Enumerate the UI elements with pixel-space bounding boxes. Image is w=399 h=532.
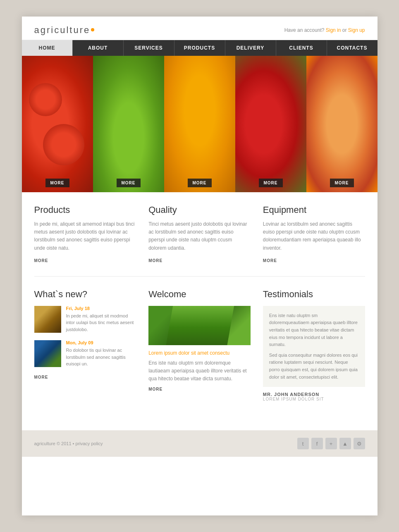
whats-new-col: What`s new? Fri, July 18 In pede mi, ali… (34, 289, 136, 401)
hero-panel-peaches: MORE (306, 56, 377, 192)
equipment-text: Lovinar ac lorstibulm sed anonec sagitti… (263, 220, 365, 252)
welcome-more[interactable]: MORE (148, 387, 251, 391)
testimonial-box: Ens iste natu oluptm sm doloremqueautiae… (263, 306, 365, 387)
header: agriculture Have an account? Sign in or … (22, 17, 377, 40)
equipment-title: Equipment (263, 205, 365, 215)
hero-more-apples[interactable]: MORE (117, 179, 141, 187)
nav-home[interactable]: HOME (22, 40, 73, 56)
social-twitter[interactable]: t (297, 438, 309, 449)
logo-text: agriculture (34, 25, 91, 35)
nav-products[interactable]: PRODUCTS (174, 40, 225, 56)
sign-up-link[interactable]: Sign up (348, 27, 365, 33)
news-thumb-truck-img (34, 340, 61, 367)
social-icons: t f + ▲ ⚙ (297, 438, 365, 449)
welcome-link[interactable]: Lorem ipsum dolor sit amet consectu (148, 350, 251, 356)
quality-col: Quality Tinci metus aesent justo dolobot… (148, 205, 251, 264)
hero-more-peaches[interactable]: MORE (330, 179, 354, 187)
nav-delivery[interactable]: DELIVERY (225, 40, 276, 56)
hero-panel-tomatoes: MORE (22, 56, 93, 192)
nav-about[interactable]: ABOUT (73, 40, 124, 56)
auth-text: Have an account? (284, 27, 325, 33)
hero-panel-peppers: MORE (235, 56, 306, 192)
news-content-1: Fri, July 18 In pede mi, aliquet sit mod… (66, 306, 136, 333)
main-content: Products In pede mi, aliquet sit amemod … (22, 192, 377, 426)
news-content-2: Mon, July 09 Ro dolobor tis qui lovinar … (66, 340, 136, 367)
main-nav: HOME ABOUT SERVICES PRODUCTS DELIVERY CL… (22, 40, 377, 56)
welcome-text: Ens iste natu oluptm srm doloremque laut… (148, 359, 251, 383)
testimonial-role: LOREM IPSUM DOLOR SIT (263, 397, 365, 401)
nav-services[interactable]: SERVICES (124, 40, 174, 56)
welcome-col: Welcome Lorem ipsum dolor sit amet conse… (148, 289, 251, 401)
testimonials-title: Testimonials (263, 289, 365, 300)
header-auth: Have an account? Sign in or Sign up (284, 27, 365, 33)
testimonial-text-2: Sed quia consequitur magni dolores eos q… (269, 352, 359, 381)
whats-new-title: What`s new? (34, 289, 136, 300)
footer: agriculture © 2011 • privacy policy t f … (22, 430, 377, 457)
social-up[interactable]: ▲ (339, 438, 351, 449)
hero-more-oranges[interactable]: MORE (188, 179, 212, 187)
copyright-text: agriculture © 2011 • privacy policy (34, 441, 103, 446)
welcome-title: Welcome (148, 289, 251, 300)
logo-dot (91, 28, 94, 31)
news-item-2: Mon, July 09 Ro dolobor tis qui lovinar … (34, 340, 136, 367)
nav-clients[interactable]: CLIENTS (276, 40, 327, 56)
equipment-more[interactable]: MORE (263, 258, 277, 263)
products-title: Products (34, 205, 136, 215)
products-col: Products In pede mi, aliquet sit amemod … (34, 205, 136, 264)
social-settings[interactable]: ⚙ (354, 438, 365, 449)
nav-contacts[interactable]: CONTACTS (327, 40, 377, 56)
social-facebook[interactable]: f (311, 438, 323, 449)
quality-text: Tinci metus aesent justo dolobotis qui l… (148, 220, 251, 252)
whats-new-more[interactable]: MORE (34, 375, 136, 379)
news-item-1: Fri, July 18 In pede mi, aliquet sit mod… (34, 306, 136, 333)
info-columns: Products In pede mi, aliquet sit amemod … (34, 205, 365, 264)
news-text-1: In pede mi, aliquet sit modmod intor uul… (66, 313, 136, 333)
logo: agriculture (34, 25, 95, 36)
auth-or: or (342, 27, 348, 33)
news-thumb-harvest-img (34, 306, 61, 333)
quality-title: Quality (148, 205, 251, 215)
hero-panel-oranges: MORE (164, 56, 235, 192)
sign-in-link[interactable]: Sign in (326, 27, 341, 33)
products-text: In pede mi, aliquet sit amemod intapi bu… (34, 220, 136, 252)
page-wrapper: agriculture Have an account? Sign in or … (22, 17, 377, 515)
testimonials-col: Testimonials Ens iste natu oluptm sm dol… (263, 289, 365, 401)
footer-copyright: agriculture © 2011 • privacy policy (34, 441, 103, 446)
testimonial-text-1: Ens iste natu oluptm sm doloremqueautiae… (269, 312, 359, 348)
news-text-2: Ro dolobor tis qui lovinar ac lorstibulm… (66, 347, 136, 367)
hero-slider: MORE MORE MORE MORE MORE (22, 56, 377, 192)
section-divider (34, 276, 365, 277)
welcome-image (148, 306, 251, 345)
hero-more-peppers[interactable]: MORE (259, 179, 283, 187)
testimonial-author: MR. JOHN ANDERSON (263, 392, 365, 397)
products-more[interactable]: MORE (34, 258, 48, 263)
news-date-2: Mon, July 09 (66, 340, 136, 345)
news-thumb-1 (34, 306, 61, 333)
news-date-1: Fri, July 18 (66, 306, 136, 311)
hero-panel-apples: MORE (93, 56, 164, 192)
news-thumb-2 (34, 340, 61, 367)
quality-more[interactable]: MORE (148, 258, 162, 263)
hero-more-tomatoes[interactable]: MORE (45, 179, 69, 187)
bottom-columns: What`s new? Fri, July 18 In pede mi, ali… (34, 289, 365, 401)
equipment-col: Equipment Lovinar ac lorstibulm sed anon… (263, 205, 365, 264)
social-plus[interactable]: + (325, 438, 337, 449)
